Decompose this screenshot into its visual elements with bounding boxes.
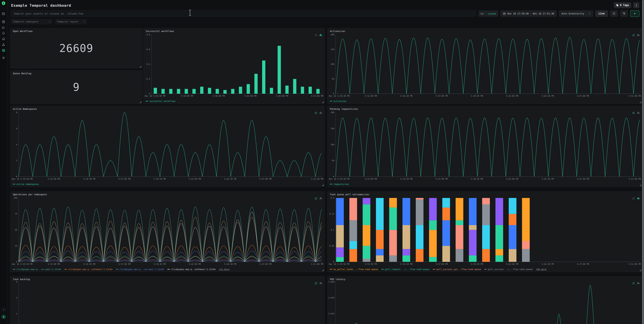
successful-workflows-chart[interactable]: 00.20.40.60.8Dec 16 5:29:30 PM5:34:00 PM… xyxy=(144,33,324,98)
resize-handle[interactable] xyxy=(322,101,324,103)
search-icon[interactable] xyxy=(2,20,5,23)
settings-gear-icon[interactable] xyxy=(2,56,5,59)
bar-chart-icon[interactable] xyxy=(319,33,322,37)
svg-text:5:47:00 PM: 5:47:00 PM xyxy=(260,178,272,180)
svg-text:0.038: 0.038 xyxy=(328,281,334,283)
active-namespaces-chart[interactable]: 02468Dec 16 5:29:30 PM5:32:00 PM5:34:30 … xyxy=(12,111,324,181)
operations-per-namespace-chart[interactable]: 0255075100Dec 16 5:29:30 PM5:32:00 PM5:3… xyxy=(12,197,324,266)
svg-text:5:39:30 PM: 5:39:30 PM xyxy=(471,178,483,180)
refresh-button[interactable] xyxy=(610,10,618,17)
bar-chart-icon[interactable] xyxy=(637,197,640,200)
legend-item[interactable]: successful workflows xyxy=(146,100,176,102)
panel-actions-sec: Actions/sec 050100150200Dec 16 5:29:30 P… xyxy=(327,28,642,104)
service-map-icon[interactable] xyxy=(2,43,5,46)
svg-text:5:32:00 PM: 5:32:00 PM xyxy=(365,263,377,265)
search-input[interactable]: Search your events w/ Lucene ex. column:… xyxy=(11,10,476,17)
chart-legend: action/sec xyxy=(330,100,346,102)
bar-chart-icon[interactable] xyxy=(637,282,640,285)
svg-text:8: 8 xyxy=(16,111,17,114)
area-chart-icon[interactable] xyxy=(632,33,635,37)
help-button[interactable]: ? xyxy=(1,308,6,313)
chart-explorer-icon[interactable] xyxy=(2,26,5,29)
svg-text:25: 25 xyxy=(15,245,17,247)
svg-text:50: 50 xyxy=(332,78,334,80)
bar-chart-icon[interactable] xyxy=(319,111,322,115)
area-chart-icon[interactable] xyxy=(314,33,318,37)
area-chart-icon[interactable] xyxy=(314,197,318,200)
area-chart-icon[interactable] xyxy=(314,111,318,115)
task-backlog-chart[interactable]: 432 xyxy=(12,281,324,324)
legend-item[interactable]: clickpipes-aws-p..-us-east-2.12c4n xyxy=(13,268,61,271)
resize-handle[interactable] xyxy=(322,184,324,186)
kebab-menu-button[interactable]: ⋮ xyxy=(633,2,639,8)
bar-chart-icon[interactable] xyxy=(319,197,322,200)
legend-item[interactable]: requests/sec xyxy=(330,183,349,185)
collapse-sidebar-icon[interactable] xyxy=(2,12,5,15)
scrollbar-thumb[interactable] xyxy=(642,0,644,324)
svg-text:4: 4 xyxy=(16,281,17,283)
legend-item[interactable]: clickpipes-aws-p..-us-east-1.12c4n xyxy=(116,268,164,271)
p95-latency-chart[interactable]: 0.0380.0290.019 xyxy=(328,281,641,324)
filter-button[interactable] xyxy=(620,10,628,17)
resize-handle[interactable] xyxy=(140,101,141,103)
tags-button[interactable]: 0 Tags xyxy=(614,2,631,8)
svg-text:6: 6 xyxy=(16,127,17,130)
svg-text:5:44:30 PM: 5:44:30 PM xyxy=(542,178,554,180)
area-chart-icon[interactable] xyxy=(632,282,635,285)
legend-item[interactable]: clickpipes-aws-p..outheast-2.12c4n xyxy=(64,268,112,271)
filter-temporal-region[interactable]: Temporal region xyxy=(55,19,87,24)
app-logo-icon[interactable] xyxy=(1,1,6,5)
legend-more-link[interactable]: +56 more xyxy=(536,268,546,271)
legend-more-link[interactable]: +12 more xyxy=(219,268,230,271)
bar-chart-icon[interactable] xyxy=(637,111,640,115)
chart-legend: successful workflows xyxy=(146,100,176,102)
svg-text:5:32:00 PM: 5:32:00 PM xyxy=(48,178,60,180)
pending-requests-chart[interactable]: 05K10K15K20KDec 16 5:29:30 PM5:32:00 PM5… xyxy=(328,111,641,181)
time-range-picker[interactable]: Dec 16 17:29:30 - Dec 16 17:51:30 xyxy=(500,10,556,17)
svg-text:5:32:00 PM: 5:32:00 PM xyxy=(365,95,377,97)
task-queue-poll-chart[interactable]: 00.050.10.150.2Dec 16 5:29:30 PM5:32:00 … xyxy=(328,197,641,266)
bar-chart-icon[interactable] xyxy=(319,282,322,285)
legend-item[interactable]: clickpipes-aws-p..outheast-2.12c4n xyxy=(167,268,216,271)
resize-handle[interactable] xyxy=(640,101,641,103)
chart-type-toggle xyxy=(632,282,640,285)
svg-text:0.1: 0.1 xyxy=(330,229,334,231)
avatar[interactable]: D xyxy=(1,315,6,319)
panel-pending-requests: Pending requests/sec 05K10K15K20KDec 16 … xyxy=(327,106,642,187)
resize-handle[interactable] xyxy=(640,270,641,271)
legend-item[interactable]: poll_timeout · c..-flow-task-queue xyxy=(381,268,430,271)
bar-chart-icon[interactable] xyxy=(637,33,640,37)
svg-text:100: 100 xyxy=(14,197,17,199)
live-button[interactable]: Live xyxy=(595,10,608,17)
scrollbar xyxy=(642,0,644,324)
filter-temporal-namespace[interactable]: Temporal namespace xyxy=(11,19,52,24)
query-language-toggle[interactable]: SQL | Lucene xyxy=(478,10,498,17)
area-chart-icon[interactable] xyxy=(632,111,635,115)
granularity-select[interactable]: Auto Granularity xyxy=(559,10,593,17)
svg-text:5:37:00 PM: 5:37:00 PM xyxy=(436,95,448,97)
legend-item[interactable]: action/sec xyxy=(330,100,346,102)
svg-text:5:32:00 PM: 5:32:00 PM xyxy=(48,263,60,265)
svg-text:0.15: 0.15 xyxy=(330,213,334,215)
dashboards-icon[interactable] xyxy=(2,49,5,52)
resize-handle[interactable] xyxy=(640,184,641,186)
area-chart-icon[interactable] xyxy=(632,197,635,200)
legend-item[interactable]: active namespaces xyxy=(13,183,39,185)
client-sessions-icon[interactable] xyxy=(2,37,5,40)
resize-handle[interactable] xyxy=(322,270,324,271)
sql-mode[interactable]: SQL xyxy=(480,12,484,15)
legend-item[interactable]: poll_success_syn..-flow-task-queue xyxy=(433,268,481,271)
svg-text:5K: 5K xyxy=(332,159,334,162)
lucene-mode[interactable]: Lucene xyxy=(488,12,496,15)
alerts-bell-icon[interactable] xyxy=(2,31,5,35)
resize-handle[interactable] xyxy=(140,66,141,67)
area-chart-icon[interactable] xyxy=(314,282,318,285)
actions-sec-chart[interactable]: 050100150200Dec 16 5:29:30 PM5:32:00 PM5… xyxy=(328,33,641,98)
panel-open-workflows: Open Workflows 26609 xyxy=(10,28,142,68)
panel-task-backlog: Task backlog 432 xyxy=(10,276,325,324)
run-query-button[interactable] xyxy=(630,10,639,17)
chart-type-toggle xyxy=(314,111,322,115)
legend-item[interactable]: poll_success · c..-flow-task-queue xyxy=(484,268,532,271)
chart-legend: clickpipes-aws-p..-us-east-2.12c4nclickp… xyxy=(13,268,230,271)
legend-item[interactable]: no_poller_tasks ..-flow-task-queue xyxy=(330,268,378,271)
